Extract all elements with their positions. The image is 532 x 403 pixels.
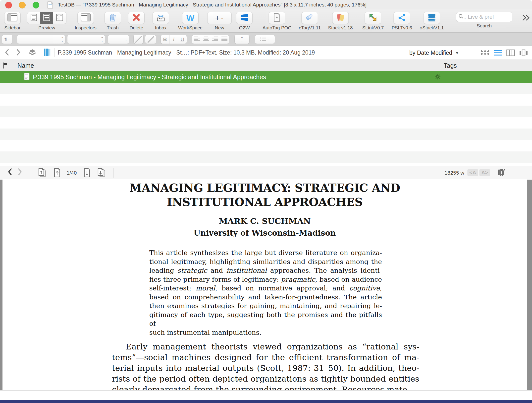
stepper-chevrons-icon: ⌃⌄	[101, 37, 104, 42]
sidebar-icon	[7, 13, 17, 22]
sort-menu[interactable]: by Date Modified ▼	[409, 46, 459, 60]
chevron-down-icon: ⌄	[125, 38, 127, 41]
path-item-title[interactable]: P.339 1995 Suchman - Managing Legitimacy…	[58, 49, 315, 56]
format-bar: ¶ ⌄ ⌃⌄ ⌃⌄ ⌄ B I U ⌃⌄	[0, 32, 532, 46]
split-vertical-view-icon	[56, 14, 63, 22]
page-indicator: 1/40	[67, 166, 77, 180]
align-right-icon[interactable]	[212, 36, 218, 42]
align-left-icon[interactable]	[194, 36, 200, 42]
pdf-page[interactable]: MANAGING LEGITIMACY: STRATEGIC AND INSTI…	[2, 180, 527, 390]
document-proxy-icon	[47, 1, 53, 9]
slink-button[interactable]: SLinkV0.7	[362, 12, 384, 31]
previous-page-button[interactable]	[54, 168, 61, 178]
flag-column-icon[interactable]	[3, 62, 8, 70]
view-split-horizontal-segment-selected[interactable]	[40, 12, 53, 24]
minimize-window-button[interactable]	[19, 2, 26, 8]
database-book-icon[interactable]	[44, 48, 51, 57]
sidebar-button[interactable]: Sidebar	[4, 12, 21, 31]
group-layers-icon[interactable]	[29, 49, 36, 57]
word-count: 18255 w	[444, 166, 464, 180]
search-scope-chevron-icon: ⌄	[464, 16, 466, 19]
icon-view-button[interactable]	[481, 49, 490, 58]
preview-segmented-control: Preview	[27, 12, 66, 31]
inspectors-button[interactable]: Inspectors	[75, 12, 97, 31]
article-title: MANAGING LEGITIMACY: STRATEGIC AND INSTI…	[2, 181, 527, 209]
close-window-button[interactable]	[5, 2, 12, 8]
column-header-tags[interactable]: Tags	[444, 60, 457, 71]
highlight-color-well[interactable]	[145, 35, 156, 44]
column-view-button[interactable]	[506, 49, 515, 58]
back-button[interactable]	[4, 49, 10, 57]
search-input[interactable]	[467, 13, 510, 20]
search-field[interactable]: ⌄	[456, 12, 512, 22]
trash-icon	[109, 13, 116, 23]
text-color-well[interactable]	[133, 35, 144, 44]
align-center-icon[interactable]	[203, 36, 209, 42]
search-icon	[458, 14, 464, 20]
chevron-down-icon: ⌄	[267, 38, 269, 41]
view-split-vertical-segment[interactable]	[53, 12, 66, 24]
font-style-select[interactable]: ⌃⌄	[67, 35, 105, 44]
view-as-document-segment[interactable]	[27, 12, 40, 24]
new-button[interactable]: +⌄ New	[207, 12, 232, 31]
bold-italic-underline-group: B I U	[160, 35, 187, 44]
inbox-button[interactable]: Inbox	[153, 12, 169, 31]
stepper-chevrons-icon: ⌃⌄	[61, 37, 64, 42]
delete-x-icon	[132, 13, 140, 22]
ostack-button[interactable]: oStackV1.1	[420, 12, 444, 31]
list-empty-area	[0, 83, 532, 166]
pdf-forward-button[interactable]	[17, 168, 22, 177]
alignment-group	[192, 35, 229, 44]
pdf-back-button[interactable]	[7, 168, 12, 177]
path-bar: P.339 1995 Suchman - Managing Legitimacy…	[0, 46, 532, 60]
coverflow-view-button[interactable]	[519, 49, 528, 58]
inbox-icon	[156, 13, 165, 22]
split-horizontal-view-icon	[43, 14, 50, 22]
font-size-select[interactable]: ⌄	[108, 35, 129, 44]
row-gear-icon[interactable]	[434, 73, 441, 81]
stack-button[interactable]: Stack v1.18	[328, 12, 353, 31]
bold-button[interactable]: B	[161, 36, 169, 42]
font-family-select[interactable]: ⌃⌄	[17, 35, 65, 44]
zoom-window-button[interactable]	[33, 2, 39, 8]
plus-icon: +	[215, 14, 220, 22]
last-page-button[interactable]	[97, 168, 106, 178]
delete-button[interactable]: Delete	[128, 12, 145, 31]
list-icon	[260, 37, 266, 42]
list-view-button-selected[interactable]	[494, 49, 502, 58]
pdf-toolbar: 1/40 18255 w <A A>	[0, 166, 532, 179]
pdf-view-area: MANAGING LEGITIMACY: STRATEGIC AND INSTI…	[0, 180, 532, 390]
forward-button[interactable]	[16, 49, 21, 57]
article-author: MARK C. SUCHMAN	[2, 216, 527, 226]
align-justify-icon[interactable]	[221, 36, 227, 42]
autotag-poc-button[interactable]: AutoTag POC	[263, 12, 291, 31]
list-row-selected[interactable]: P.339 1995 Suchman - Managing Legitimacy…	[0, 71, 532, 83]
list-style-button[interactable]: ⌄	[255, 35, 275, 44]
o2w-button[interactable]: O2W	[236, 12, 253, 31]
toolbar-overflow-button[interactable]	[522, 14, 531, 22]
annotation-tools-button[interactable]	[498, 168, 506, 178]
ctag-button[interactable]: cTagV1.11	[299, 12, 321, 31]
sort-label: by Date Modified	[409, 50, 452, 56]
main-toolbar: Sidebar Preview Inspectors	[0, 9, 532, 32]
app-window: TestDB — "P.339 1995 Suchman - Managing …	[0, 0, 532, 403]
decrease-font-button[interactable]: <A	[467, 169, 478, 176]
workspace-w-icon: W	[186, 13, 194, 23]
sort-chevron-icon: ▼	[455, 51, 459, 55]
list-header: Name Tags	[0, 60, 532, 71]
next-page-button[interactable]	[84, 168, 91, 178]
paragraph-style-button[interactable]: ¶ ⌄	[2, 35, 13, 44]
trash-button[interactable]: Trash	[105, 12, 121, 31]
horizontal-scrollbar-track[interactable]	[0, 391, 532, 401]
first-page-button[interactable]	[38, 168, 47, 178]
window-bottom-bar	[0, 400, 532, 403]
spacing-stepper[interactable]: ⌃⌄	[234, 35, 250, 44]
increase-font-button[interactable]: A>	[479, 169, 490, 176]
workspace-button[interactable]: W WorkSpace	[178, 12, 203, 31]
column-header-name[interactable]: Name	[17, 60, 34, 71]
article-body-text: Early management theorists viewed organi…	[112, 341, 419, 390]
underline-button[interactable]: U	[178, 36, 187, 42]
search-area: ⌄ Search	[456, 12, 512, 29]
italic-button[interactable]: I	[169, 36, 178, 43]
pslt-button[interactable]: PSLTv0.6	[392, 12, 412, 31]
